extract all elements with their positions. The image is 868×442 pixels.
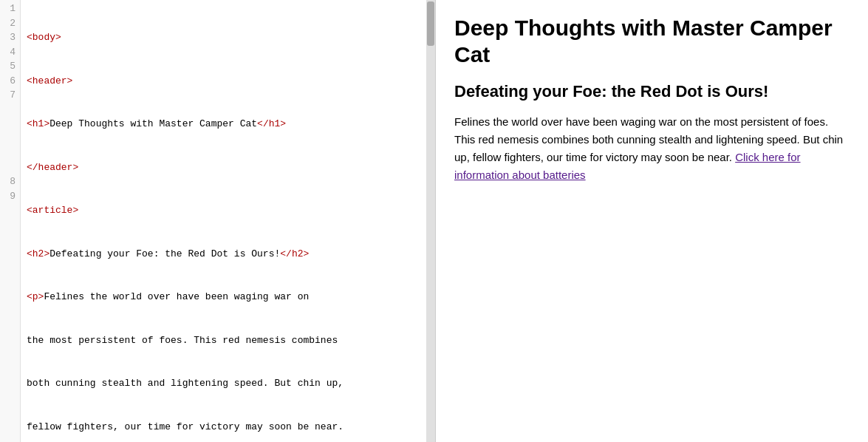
code-line-7c: both cunning stealth and lightening spee… [27, 376, 420, 391]
code-line-7d: fellow fighters, our time for victory ma… [27, 420, 420, 435]
code-editor: 1 2 3 4 5 6 7 8 9 <body> <header> <h1>De… [0, 0, 436, 442]
line-num-7f [3, 160, 16, 175]
code-line-7a: <p>Felines the world over have been wagi… [27, 290, 420, 305]
editor-scrollbar[interactable] [426, 0, 435, 442]
line-num-3: 3 [3, 30, 16, 45]
line-num-5: 5 [3, 59, 16, 74]
code-line-3: <h1>Deep Thoughts with Master Camper Cat… [27, 117, 420, 132]
code-content-area[interactable]: <body> <header> <h1>Deep Thoughts with M… [21, 0, 426, 442]
line-num-1: 1 [3, 1, 16, 16]
line-num-7d [3, 132, 16, 146]
code-line-5: <article> [27, 203, 420, 218]
scrollbar-thumb[interactable] [427, 1, 434, 46]
line-num-7c [3, 117, 16, 132]
line-num-9: 9 [3, 189, 16, 204]
line-num-7b [3, 103, 16, 118]
line-num-7: 7 [3, 88, 16, 103]
preview-heading-1: Deep Thoughts with Master Camper Cat [454, 15, 850, 68]
code-line-7b: the most persistent of foes. This red ne… [27, 333, 420, 348]
preview-paragraph: Felines the world over have been waging … [454, 113, 850, 184]
line-num-6: 6 [3, 74, 16, 89]
line-num-2: 2 [3, 16, 16, 31]
line-num-4: 4 [3, 45, 16, 60]
code-line-6: <h2>Defeating your Foe: the Red Dot is O… [27, 247, 420, 262]
preview-heading-2: Defeating your Foe: the Red Dot is Ours! [454, 81, 850, 103]
line-num-8: 8 [3, 174, 16, 189]
code-line-2: <header> [27, 74, 420, 89]
preview-panel: Deep Thoughts with Master Camper Cat Def… [436, 0, 868, 442]
code-line-1: <body> [27, 30, 420, 45]
line-numbers: 1 2 3 4 5 6 7 8 9 [0, 0, 21, 442]
code-line-4: </header> [27, 160, 420, 175]
line-num-7e [3, 146, 16, 160]
